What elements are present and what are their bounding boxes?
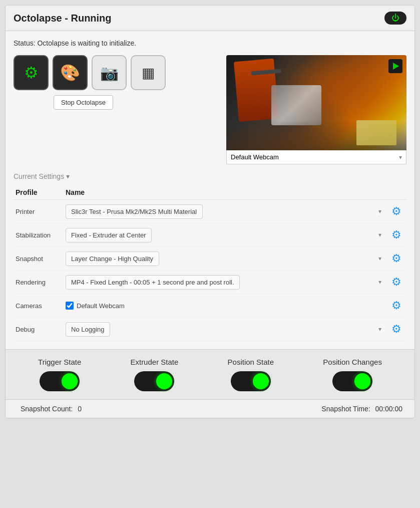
gear-icon: ⚙: [391, 323, 401, 335]
rendering-select[interactable]: MP4 - Fixed Length - 00:05 + 1 second pr…: [66, 275, 240, 290]
value-cell-debug: No Logging: [64, 318, 388, 341]
debug-gear-button[interactable]: ⚙: [390, 322, 402, 337]
position-state-item: Position State: [228, 358, 274, 391]
value-cell-rendering: MP4 - Fixed Length - 00:05 + 1 second pr…: [64, 271, 388, 294]
profile-cell-rendering: Rendering: [14, 271, 64, 294]
printer-select[interactable]: Slic3r Test - Prusa Mk2/Mk2S Multi Mater…: [66, 204, 203, 219]
layout-icon-button[interactable]: ▦: [131, 55, 166, 90]
gear-cell-snapshot: ⚙: [388, 247, 406, 271]
gear-cell-debug: ⚙: [388, 318, 406, 341]
select-wrapper-rendering: MP4 - Fixed Length - 00:05 + 1 second pr…: [66, 275, 386, 290]
position-changes-toggle[interactable]: [332, 371, 372, 391]
top-section: ⚙ 🎨 📷 ▦ Stop Octolapse: [14, 55, 406, 164]
status-text: Status: Octolapse is waiting to initiali…: [14, 39, 406, 47]
play-icon: [393, 63, 399, 70]
snapshot-time-value: 00:00:00: [375, 405, 403, 413]
trigger-state-label: Trigger State: [38, 358, 81, 366]
palette-icon: 🎨: [60, 63, 80, 82]
webcam-area: Default Webcam ▾: [226, 55, 406, 164]
extruder-state-knob: [156, 373, 172, 389]
gear-icon: ⚙: [391, 276, 401, 288]
settings-row: RenderingMP4 - Fixed Length - 00:05 + 1 …: [14, 271, 406, 294]
stabilization-select[interactable]: Fixed - Extruder at Center: [66, 228, 152, 242]
snapshot-time-stat: Snapshot Time: 00:00:00: [318, 405, 402, 413]
settings-row: StabilizationFixed - Extruder at Center⚙: [14, 223, 406, 247]
snapshot-count-stat: Snapshot Count: 0: [18, 405, 82, 413]
printer-gear-button[interactable]: ⚙: [390, 204, 402, 219]
settings-row: SnapshotLayer Change - High Quality⚙: [14, 247, 406, 271]
select-wrapper-printer: Slic3r Test - Prusa Mk2/Mk2S Multi Mater…: [66, 204, 386, 219]
snapshot-select[interactable]: Layer Change - High Quality: [66, 251, 159, 266]
app-title: Octolapse - Running: [14, 13, 112, 24]
col-name-header: Name: [64, 185, 388, 200]
position-changes-item: Position Changes: [323, 358, 382, 391]
gear-cell-cameras: ⚙: [388, 294, 406, 318]
value-cell-cameras: Default Webcam: [64, 294, 388, 318]
gear-icon: ⚙: [391, 252, 401, 265]
extruder-state-item: Extruder State: [130, 358, 178, 391]
current-settings: Current Settings ▾: [14, 172, 406, 180]
value-cell-snapshot: Layer Change - High Quality: [64, 247, 388, 271]
webcam-select-row: Default Webcam ▾: [226, 150, 406, 164]
camera-icon: 📷: [100, 64, 119, 82]
trigger-state-toggle[interactable]: [40, 371, 80, 391]
controls-area: ⚙ 🎨 📷 ▦ Stop Octolapse: [14, 55, 218, 164]
profile-cell-stabilization: Stabilization: [14, 223, 64, 247]
position-changes-label: Position Changes: [323, 358, 382, 366]
snapshot-time-label: Snapshot Time:: [321, 405, 370, 413]
palette-icon-button[interactable]: 🎨: [53, 55, 88, 90]
snapshot-count-value: 0: [78, 405, 82, 413]
layout-icon: ▦: [142, 65, 155, 81]
power-icon: ⏻: [391, 14, 399, 23]
settings-row: PrinterSlic3r Test - Prusa Mk2/Mk2S Mult…: [14, 200, 406, 223]
camera-label: Default Webcam: [77, 302, 125, 310]
snapshot-count-label: Snapshot Count:: [21, 405, 73, 413]
gear-icon: ⚙: [24, 63, 39, 82]
cameras-gear-button[interactable]: ⚙: [390, 298, 402, 313]
profile-cell-debug: Debug: [14, 318, 64, 341]
position-state-knob: [253, 373, 269, 389]
power-button[interactable]: ⏻: [384, 12, 406, 25]
trigger-state-item: Trigger State: [38, 358, 81, 391]
rendering-gear-button[interactable]: ⚙: [390, 275, 402, 290]
gear-icon: ⚙: [391, 228, 401, 241]
debug-select[interactable]: No Logging: [66, 322, 110, 337]
extruder-state-toggle[interactable]: [134, 371, 174, 391]
settings-row: DebugNo Logging⚙: [14, 318, 406, 341]
settings-chevron-icon: ▾: [66, 172, 70, 180]
camera-icon-button[interactable]: 📷: [92, 55, 127, 90]
webcam-image: [226, 55, 406, 150]
profile-cell-printer: Printer: [14, 200, 64, 223]
app-container: Octolapse - Running ⏻ Status: Octolapse …: [5, 5, 415, 418]
snapshot-gear-button[interactable]: ⚙: [390, 251, 402, 266]
header: Octolapse - Running ⏻: [6, 6, 414, 31]
stabilization-gear-button[interactable]: ⚙: [390, 227, 402, 242]
col-profile-header: Profile: [14, 185, 64, 200]
webcam-select-arrow: ▾: [395, 154, 406, 161]
select-wrapper-stabilization: Fixed - Extruder at Center: [66, 228, 386, 242]
select-wrapper-snapshot: Layer Change - High Quality: [66, 251, 386, 266]
stop-button[interactable]: Stop Octolapse: [54, 95, 113, 110]
webcam-select[interactable]: Default Webcam: [227, 150, 395, 164]
play-overlay[interactable]: [388, 59, 402, 73]
value-cell-printer: Slic3r Test - Prusa Mk2/Mk2S Multi Mater…: [64, 200, 388, 223]
position-state-label: Position State: [228, 358, 274, 366]
footer: Snapshot Count: 0 Snapshot Time: 00:00:0…: [6, 399, 414, 418]
main-content: Status: Octolapse is waiting to initiali…: [6, 31, 414, 349]
trigger-state-knob: [62, 373, 78, 389]
position-changes-knob: [354, 373, 370, 389]
gear-icon: ⚙: [391, 205, 401, 217]
settings-table: Profile Name PrinterSlic3r Test - Prusa …: [14, 185, 406, 341]
state-section: Trigger State Extruder State Position St…: [6, 349, 414, 399]
current-settings-label[interactable]: Current Settings ▾: [14, 172, 406, 180]
settings-row: CamerasDefault Webcam⚙: [14, 294, 406, 318]
camera-checkbox[interactable]: [66, 302, 74, 310]
gear-cell-rendering: ⚙: [388, 271, 406, 294]
camera-row: Default Webcam: [66, 302, 386, 310]
profile-cell-snapshot: Snapshot: [14, 247, 64, 271]
gear-cell-stabilization: ⚙: [388, 223, 406, 247]
gear-icon: ⚙: [391, 299, 401, 312]
icon-buttons-row: ⚙ 🎨 📷 ▦: [14, 55, 218, 90]
settings-icon-button[interactable]: ⚙: [14, 55, 49, 90]
position-state-toggle[interactable]: [231, 371, 271, 391]
